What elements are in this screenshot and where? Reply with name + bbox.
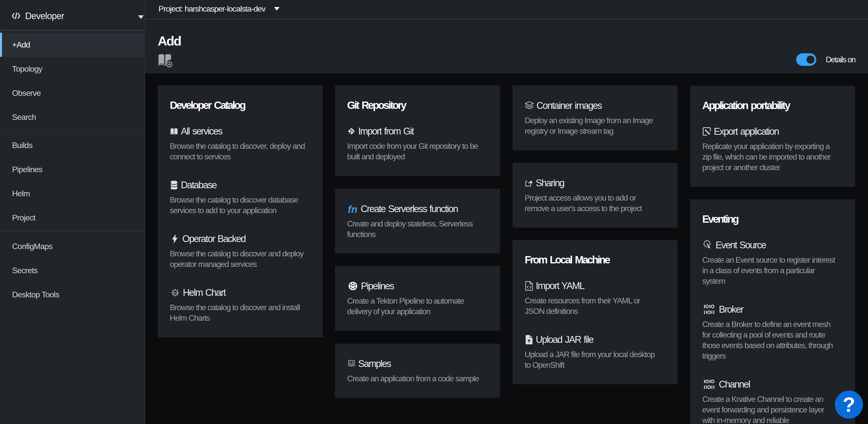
svg-text:HELM: HELM bbox=[172, 291, 178, 294]
